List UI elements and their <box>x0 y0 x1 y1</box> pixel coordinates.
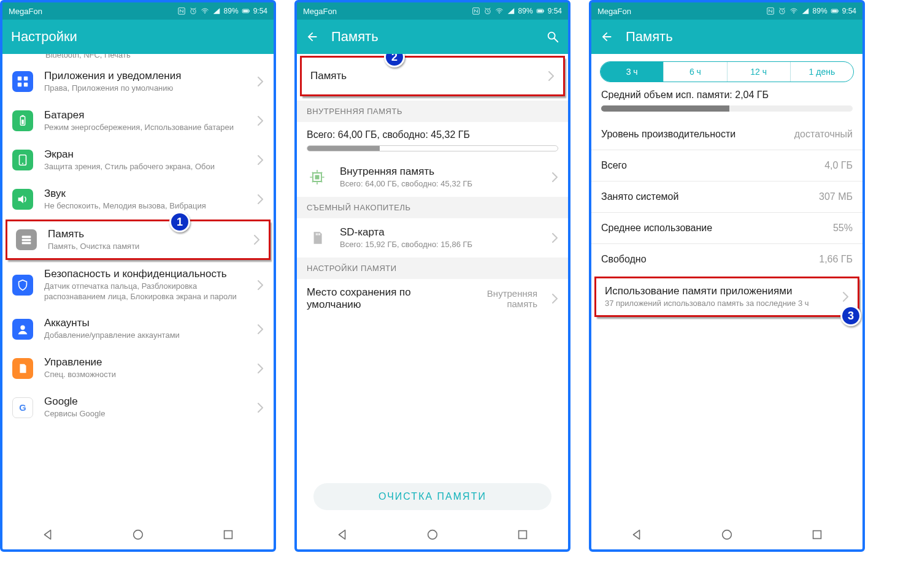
row-sub: Добавление/управление аккаунтами <box>44 330 247 341</box>
row-title: Google <box>44 395 247 408</box>
section-internal: ВНУТРЕННЯЯ ПАМЯТЬ <box>297 101 568 122</box>
settings-row-sound[interactable]: ЗвукНе беспокоить, Мелодия вызова, Вибра… <box>2 180 274 219</box>
kv-value: 307 МБ <box>819 191 853 202</box>
nav-back-icon[interactable] <box>41 528 55 541</box>
step-badge-2: 2 <box>384 54 405 67</box>
chevron-right-icon <box>258 77 264 86</box>
seg-option-2[interactable]: 12 ч <box>728 62 791 82</box>
row-title: Приложения и уведомления <box>44 70 247 82</box>
sd-card-row[interactable]: SD-карта Всего: 15,92 ГБ, свободно: 15,8… <box>297 218 568 258</box>
settings-list[interactable]: Bluetooth, NFC, Печать Приложения и увед… <box>2 54 274 520</box>
svg-rect-17 <box>24 83 28 86</box>
seg-option-1[interactable]: 6 ч <box>664 62 727 82</box>
clock: 9:54 <box>253 7 267 15</box>
svg-rect-23 <box>22 236 31 239</box>
row-sub: Защита зрения, Стиль рабочего экрана, Об… <box>44 162 247 172</box>
svg-rect-20 <box>21 120 24 124</box>
chevron-right-icon <box>258 155 264 165</box>
storage-list[interactable]: Память 2 ВНУТРЕННЯЯ ПАМЯТЬ Всего: 64,00 … <box>297 54 568 520</box>
nav-home-icon[interactable] <box>131 528 145 541</box>
row-sub: Датчик отпечатка пальца, Разблокировка р… <box>44 281 247 302</box>
seg-option-3[interactable]: 1 день <box>791 62 853 82</box>
battery-icon <box>831 7 839 15</box>
nav-recent-icon[interactable] <box>810 528 824 541</box>
settings-row-security[interactable]: Безопасность и конфиденциальностьДатчик … <box>2 261 274 310</box>
clean-storage-button[interactable]: ОЧИСТКА ПАМЯТИ <box>313 483 552 510</box>
nav-recent-icon[interactable] <box>516 528 529 541</box>
row-title: Управление <box>44 356 247 368</box>
nfc-icon <box>177 7 186 15</box>
app-memory-usage-row[interactable]: Использование памяти приложениями 37 при… <box>595 277 859 316</box>
sd-title: SD-карта <box>340 226 541 239</box>
section-removable: СЪЕМНЫЙ НАКОПИТЕЛЬ <box>297 197 568 218</box>
settings-row-screen[interactable]: ЭкранЗащита зрения, Стиль рабочего экран… <box>2 140 274 180</box>
battery-icon <box>242 7 250 15</box>
sound-icon <box>12 189 33 210</box>
svg-rect-24 <box>22 239 31 242</box>
account-icon <box>12 319 33 340</box>
kv-key: Всего <box>601 160 627 171</box>
battery-pct: 89% <box>224 7 239 15</box>
step-badge-3: 3 <box>840 305 861 326</box>
app-usage-sub: 37 приложений использовало память за пос… <box>605 299 832 309</box>
kv-row: Среднее использование55% <box>591 213 862 243</box>
internal-total-line: Всего: 64,00 ГБ, свободно: 45,32 ГБ <box>297 122 568 142</box>
chevron-right-icon <box>254 235 260 245</box>
svg-rect-19 <box>21 115 24 116</box>
internal-storage-row[interactable]: Внутренняя память Всего: 64,00 ГБ, свобо… <box>297 158 568 197</box>
chevron-right-icon <box>843 292 849 302</box>
settings-row-smart[interactable]: УправлениеСпец. возможности <box>2 349 274 388</box>
kv-key: Среднее использование <box>601 223 712 234</box>
page-title: Память <box>626 29 854 45</box>
kv-row: Занято системой307 МБ <box>591 181 862 212</box>
alarm-icon <box>483 7 492 15</box>
kv-value: 55% <box>833 223 853 234</box>
chevron-right-icon <box>258 324 264 334</box>
wifi-icon <box>495 7 504 15</box>
cut-prev-row: Bluetooth, NFC, Печать <box>2 54 274 59</box>
row-sub: Сервисы Google <box>44 409 247 419</box>
nav-back-icon[interactable] <box>630 528 643 541</box>
settings-row-apps[interactable]: Приложения и уведомленияПрава, Приложени… <box>2 62 274 101</box>
ram-usage-bar <box>601 105 853 112</box>
app-usage-title: Использование памяти приложениями <box>605 285 832 297</box>
section-storage-settings: НАСТРОЙКИ ПАМЯТИ <box>297 258 568 279</box>
settings-row-google[interactable]: GGoogleСервисы Google <box>2 388 274 427</box>
wifi-icon <box>789 7 798 15</box>
smart-icon <box>12 358 33 379</box>
nav-recent-icon[interactable] <box>221 528 235 541</box>
ram-row-title: Память <box>310 70 537 82</box>
time-range-segment: 3 ч6 ч12 ч1 день <box>600 61 854 82</box>
nav-back-icon[interactable] <box>336 528 349 541</box>
ram-row[interactable]: Память 2 <box>301 56 564 96</box>
screen-icon <box>12 150 33 170</box>
battery-icon <box>12 110 33 131</box>
svg-rect-14 <box>18 77 21 80</box>
settings-row-storage[interactable]: ПамятьПамять, Очистка памяти1 <box>6 220 270 259</box>
security-icon <box>12 275 33 296</box>
default-location-row[interactable]: Место сохранения по умолчанию Внутренняя… <box>297 279 568 318</box>
search-icon[interactable] <box>546 30 559 44</box>
chevron-right-icon <box>258 194 264 204</box>
nav-home-icon[interactable] <box>426 528 439 541</box>
back-icon[interactable] <box>600 30 613 44</box>
nav-home-icon[interactable] <box>720 528 734 541</box>
kv-key: Свободно <box>601 254 647 265</box>
wifi-icon <box>201 7 209 15</box>
chevron-right-icon <box>552 294 558 304</box>
back-icon[interactable] <box>305 30 319 44</box>
settings-row-account[interactable]: АккаунтыДобавление/управление аккаунтами <box>2 310 274 349</box>
appbar: Память <box>297 20 568 54</box>
seg-option-0[interactable]: 3 ч <box>601 62 664 82</box>
kv-value: 1,66 ГБ <box>819 254 853 265</box>
phone-settings: MegaFon 89% 9:54 Настройки Bluetooth, NF… <box>0 0 276 552</box>
default-location-value: Внутренняя память <box>464 288 537 309</box>
ram-list[interactable]: 3 ч6 ч12 ч1 день Средний объем исп. памя… <box>591 54 862 520</box>
apps-icon <box>12 71 33 92</box>
settings-row-battery[interactable]: БатареяРежим энергосбережения, Использов… <box>2 101 274 140</box>
row-title: Аккаунты <box>44 317 247 329</box>
page-title: Память <box>331 29 534 45</box>
kv-row: Уровень производительностидостаточный <box>591 119 862 150</box>
navbar <box>297 520 568 549</box>
kv-key: Занято системой <box>601 191 678 202</box>
